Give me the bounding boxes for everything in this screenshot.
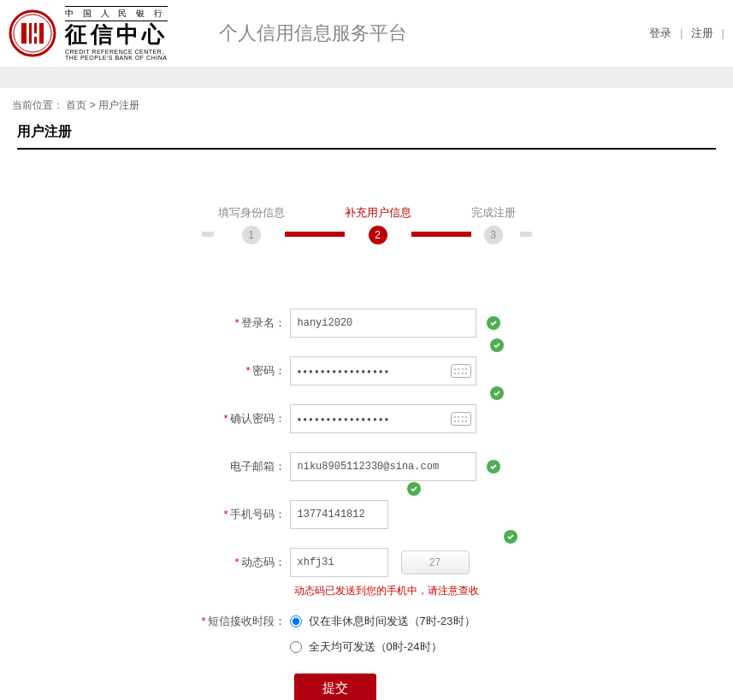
step1-circle: 1 xyxy=(242,226,261,244)
sep: | xyxy=(680,26,683,39)
svg-point-1 xyxy=(14,15,51,52)
confirm-password-field[interactable] xyxy=(290,404,476,433)
username-label: 登录名： xyxy=(241,316,286,329)
sms-time-label: 短信接收时段： xyxy=(208,615,286,627)
breadcrumb-sep: > xyxy=(90,99,98,111)
password-field[interactable] xyxy=(290,356,476,385)
check-icon xyxy=(487,460,500,474)
check-icon xyxy=(504,530,517,544)
step1-label: 填写身份信息 xyxy=(218,205,285,221)
sms-opt1-label: 仅在非休息时间发送（7时-23时） xyxy=(309,614,476,629)
resend-captcha-button[interactable]: 27 xyxy=(401,550,470,574)
header: 中 国 人 民 银 行 征信中心 CREDIT REFERENCE CENTER… xyxy=(0,0,733,67)
register-link[interactable]: 注册 xyxy=(691,26,713,39)
page-title: 用户注册 xyxy=(17,123,716,150)
password-label: 密码： xyxy=(252,364,286,377)
platform-title: 个人信用信息服务平台 xyxy=(219,21,407,46)
check-icon xyxy=(487,316,500,330)
svg-rect-4 xyxy=(34,23,37,33)
phone-label: 手机号码： xyxy=(230,508,286,521)
sms-opt1-radio[interactable] xyxy=(290,615,302,627)
submit-button[interactable]: 提交 xyxy=(294,674,376,700)
sms-opt2-radio[interactable] xyxy=(290,641,302,653)
step3-circle: 3 xyxy=(484,226,503,244)
email-field[interactable] xyxy=(290,452,476,481)
keyboard-icon[interactable] xyxy=(451,412,471,426)
step2-label: 补充用户信息 xyxy=(345,205,411,221)
sms-opt2-item[interactable]: 全天均可发送（0时-24时） xyxy=(290,639,476,655)
org-main-text: 征信中心 xyxy=(65,21,168,48)
confirm-label: 确认密码： xyxy=(230,412,286,425)
svg-point-0 xyxy=(10,11,55,56)
step3-label: 完成注册 xyxy=(471,205,516,221)
svg-rect-5 xyxy=(39,23,44,44)
steps-indicator: 填写身份信息 1 补充用户信息 2 完成注册 3 xyxy=(0,205,733,244)
org-top-text: 中 国 人 民 银 行 xyxy=(65,6,168,21)
gray-bar xyxy=(0,67,733,88)
org-en1: CREDIT REFERENCE CENTER, xyxy=(65,49,168,55)
svg-rect-3 xyxy=(29,23,32,44)
svg-rect-2 xyxy=(21,23,27,44)
step2-circle: 2 xyxy=(369,226,387,244)
captcha-field[interactable] xyxy=(290,548,388,577)
breadcrumb-prefix: 当前位置： xyxy=(12,99,63,111)
sep: | xyxy=(722,26,724,39)
register-form: *登录名： *密码： *确认密码： 电子邮箱： xyxy=(102,309,632,700)
breadcrumb: 当前位置： 首页 > 用户注册 xyxy=(0,88,733,123)
keyboard-icon[interactable] xyxy=(451,364,471,378)
org-en2: THE PEOPLE'S BANK OF CHINA xyxy=(65,55,168,61)
svg-rect-6 xyxy=(34,37,37,44)
check-icon xyxy=(490,386,504,400)
captcha-label: 动态码： xyxy=(241,556,286,568)
email-label: 电子邮箱： xyxy=(230,460,286,473)
seal-icon xyxy=(9,9,56,57)
check-icon xyxy=(407,482,421,496)
sms-opt2-label: 全天均可发送（0时-24时） xyxy=(309,639,442,655)
username-field[interactable] xyxy=(290,309,476,338)
breadcrumb-home[interactable]: 首页 xyxy=(66,99,86,111)
sms-opt1-item[interactable]: 仅在非休息时间发送（7时-23时） xyxy=(290,614,476,629)
login-link[interactable]: 登录 xyxy=(649,26,671,39)
check-icon xyxy=(490,338,504,352)
header-links: 登录 | 注册 | xyxy=(644,26,724,41)
phone-field[interactable] xyxy=(290,500,388,529)
logo-block: 中 国 人 民 银 行 征信中心 CREDIT REFERENCE CENTER… xyxy=(9,6,168,60)
breadcrumb-current: 用户注册 xyxy=(98,99,139,111)
captcha-hint: 动态码已发送到您的手机中，请注意查收 xyxy=(294,584,632,598)
